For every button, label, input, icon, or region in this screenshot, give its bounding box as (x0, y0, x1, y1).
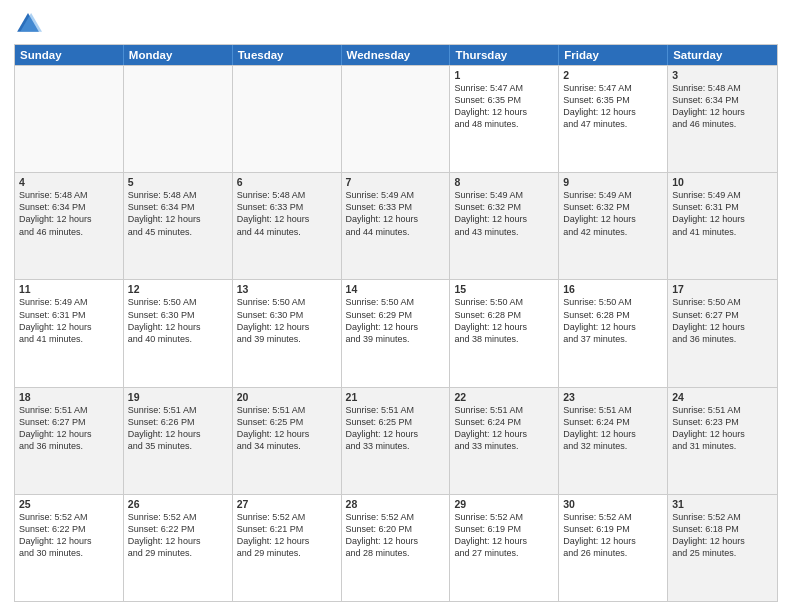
cell-info: Sunrise: 5:51 AM Sunset: 6:26 PM Dayligh… (128, 404, 228, 453)
day-number: 9 (563, 176, 663, 188)
cell-info: Sunrise: 5:52 AM Sunset: 6:22 PM Dayligh… (19, 511, 119, 560)
calendar-cell-empty (15, 66, 124, 172)
cell-info: Sunrise: 5:50 AM Sunset: 6:30 PM Dayligh… (237, 296, 337, 345)
calendar-cell-20: 20Sunrise: 5:51 AM Sunset: 6:25 PM Dayli… (233, 388, 342, 494)
day-number: 10 (672, 176, 773, 188)
day-number: 4 (19, 176, 119, 188)
calendar-cell-7: 7Sunrise: 5:49 AM Sunset: 6:33 PM Daylig… (342, 173, 451, 279)
calendar-header-monday: Monday (124, 45, 233, 65)
cell-info: Sunrise: 5:51 AM Sunset: 6:25 PM Dayligh… (237, 404, 337, 453)
cell-info: Sunrise: 5:51 AM Sunset: 6:24 PM Dayligh… (454, 404, 554, 453)
day-number: 14 (346, 283, 446, 295)
cell-info: Sunrise: 5:48 AM Sunset: 6:34 PM Dayligh… (672, 82, 773, 131)
day-number: 29 (454, 498, 554, 510)
day-number: 2 (563, 69, 663, 81)
cell-info: Sunrise: 5:51 AM Sunset: 6:25 PM Dayligh… (346, 404, 446, 453)
calendar-cell-1: 1Sunrise: 5:47 AM Sunset: 6:35 PM Daylig… (450, 66, 559, 172)
day-number: 8 (454, 176, 554, 188)
calendar-header-friday: Friday (559, 45, 668, 65)
cell-info: Sunrise: 5:48 AM Sunset: 6:34 PM Dayligh… (19, 189, 119, 238)
calendar-cell-empty (233, 66, 342, 172)
day-number: 15 (454, 283, 554, 295)
calendar-cell-27: 27Sunrise: 5:52 AM Sunset: 6:21 PM Dayli… (233, 495, 342, 601)
day-number: 16 (563, 283, 663, 295)
calendar-cell-empty (124, 66, 233, 172)
calendar-header-thursday: Thursday (450, 45, 559, 65)
cell-info: Sunrise: 5:51 AM Sunset: 6:23 PM Dayligh… (672, 404, 773, 453)
day-number: 26 (128, 498, 228, 510)
calendar-cell-11: 11Sunrise: 5:49 AM Sunset: 6:31 PM Dayli… (15, 280, 124, 386)
calendar-header-row: SundayMondayTuesdayWednesdayThursdayFrid… (15, 45, 777, 65)
calendar-cell-30: 30Sunrise: 5:52 AM Sunset: 6:19 PM Dayli… (559, 495, 668, 601)
cell-info: Sunrise: 5:49 AM Sunset: 6:33 PM Dayligh… (346, 189, 446, 238)
cell-info: Sunrise: 5:50 AM Sunset: 6:28 PM Dayligh… (563, 296, 663, 345)
day-number: 25 (19, 498, 119, 510)
calendar-cell-31: 31Sunrise: 5:52 AM Sunset: 6:18 PM Dayli… (668, 495, 777, 601)
cell-info: Sunrise: 5:52 AM Sunset: 6:19 PM Dayligh… (454, 511, 554, 560)
cell-info: Sunrise: 5:49 AM Sunset: 6:31 PM Dayligh… (19, 296, 119, 345)
cell-info: Sunrise: 5:52 AM Sunset: 6:18 PM Dayligh… (672, 511, 773, 560)
calendar-header-wednesday: Wednesday (342, 45, 451, 65)
cell-info: Sunrise: 5:49 AM Sunset: 6:32 PM Dayligh… (563, 189, 663, 238)
calendar-cell-15: 15Sunrise: 5:50 AM Sunset: 6:28 PM Dayli… (450, 280, 559, 386)
calendar-cell-16: 16Sunrise: 5:50 AM Sunset: 6:28 PM Dayli… (559, 280, 668, 386)
day-number: 27 (237, 498, 337, 510)
header (14, 10, 778, 38)
calendar-cell-19: 19Sunrise: 5:51 AM Sunset: 6:26 PM Dayli… (124, 388, 233, 494)
calendar-cell-6: 6Sunrise: 5:48 AM Sunset: 6:33 PM Daylig… (233, 173, 342, 279)
day-number: 3 (672, 69, 773, 81)
cell-info: Sunrise: 5:50 AM Sunset: 6:27 PM Dayligh… (672, 296, 773, 345)
calendar-cell-29: 29Sunrise: 5:52 AM Sunset: 6:19 PM Dayli… (450, 495, 559, 601)
calendar-cell-14: 14Sunrise: 5:50 AM Sunset: 6:29 PM Dayli… (342, 280, 451, 386)
cell-info: Sunrise: 5:48 AM Sunset: 6:33 PM Dayligh… (237, 189, 337, 238)
day-number: 7 (346, 176, 446, 188)
day-number: 1 (454, 69, 554, 81)
cell-info: Sunrise: 5:50 AM Sunset: 6:30 PM Dayligh… (128, 296, 228, 345)
day-number: 11 (19, 283, 119, 295)
cell-info: Sunrise: 5:50 AM Sunset: 6:28 PM Dayligh… (454, 296, 554, 345)
calendar-cell-26: 26Sunrise: 5:52 AM Sunset: 6:22 PM Dayli… (124, 495, 233, 601)
cell-info: Sunrise: 5:49 AM Sunset: 6:31 PM Dayligh… (672, 189, 773, 238)
cell-info: Sunrise: 5:52 AM Sunset: 6:19 PM Dayligh… (563, 511, 663, 560)
cell-info: Sunrise: 5:52 AM Sunset: 6:22 PM Dayligh… (128, 511, 228, 560)
calendar-cell-2: 2Sunrise: 5:47 AM Sunset: 6:35 PM Daylig… (559, 66, 668, 172)
calendar-week-2: 4Sunrise: 5:48 AM Sunset: 6:34 PM Daylig… (15, 172, 777, 279)
calendar-cell-10: 10Sunrise: 5:49 AM Sunset: 6:31 PM Dayli… (668, 173, 777, 279)
calendar-cell-22: 22Sunrise: 5:51 AM Sunset: 6:24 PM Dayli… (450, 388, 559, 494)
calendar-week-4: 18Sunrise: 5:51 AM Sunset: 6:27 PM Dayli… (15, 387, 777, 494)
day-number: 5 (128, 176, 228, 188)
calendar-cell-5: 5Sunrise: 5:48 AM Sunset: 6:34 PM Daylig… (124, 173, 233, 279)
day-number: 13 (237, 283, 337, 295)
day-number: 20 (237, 391, 337, 403)
day-number: 6 (237, 176, 337, 188)
calendar-cell-empty (342, 66, 451, 172)
calendar-cell-24: 24Sunrise: 5:51 AM Sunset: 6:23 PM Dayli… (668, 388, 777, 494)
day-number: 28 (346, 498, 446, 510)
logo-icon (14, 10, 42, 38)
cell-info: Sunrise: 5:51 AM Sunset: 6:24 PM Dayligh… (563, 404, 663, 453)
cell-info: Sunrise: 5:47 AM Sunset: 6:35 PM Dayligh… (563, 82, 663, 131)
cell-info: Sunrise: 5:50 AM Sunset: 6:29 PM Dayligh… (346, 296, 446, 345)
calendar-cell-25: 25Sunrise: 5:52 AM Sunset: 6:22 PM Dayli… (15, 495, 124, 601)
day-number: 30 (563, 498, 663, 510)
calendar: SundayMondayTuesdayWednesdayThursdayFrid… (14, 44, 778, 602)
cell-info: Sunrise: 5:52 AM Sunset: 6:21 PM Dayligh… (237, 511, 337, 560)
calendar-cell-12: 12Sunrise: 5:50 AM Sunset: 6:30 PM Dayli… (124, 280, 233, 386)
calendar-cell-17: 17Sunrise: 5:50 AM Sunset: 6:27 PM Dayli… (668, 280, 777, 386)
calendar-header-sunday: Sunday (15, 45, 124, 65)
day-number: 12 (128, 283, 228, 295)
cell-info: Sunrise: 5:49 AM Sunset: 6:32 PM Dayligh… (454, 189, 554, 238)
day-number: 23 (563, 391, 663, 403)
cell-info: Sunrise: 5:48 AM Sunset: 6:34 PM Dayligh… (128, 189, 228, 238)
cell-info: Sunrise: 5:52 AM Sunset: 6:20 PM Dayligh… (346, 511, 446, 560)
day-number: 31 (672, 498, 773, 510)
calendar-week-1: 1Sunrise: 5:47 AM Sunset: 6:35 PM Daylig… (15, 65, 777, 172)
calendar-body: 1Sunrise: 5:47 AM Sunset: 6:35 PM Daylig… (15, 65, 777, 601)
cell-info: Sunrise: 5:47 AM Sunset: 6:35 PM Dayligh… (454, 82, 554, 131)
day-number: 19 (128, 391, 228, 403)
logo (14, 10, 46, 38)
calendar-week-5: 25Sunrise: 5:52 AM Sunset: 6:22 PM Dayli… (15, 494, 777, 601)
calendar-cell-4: 4Sunrise: 5:48 AM Sunset: 6:34 PM Daylig… (15, 173, 124, 279)
day-number: 22 (454, 391, 554, 403)
calendar-cell-9: 9Sunrise: 5:49 AM Sunset: 6:32 PM Daylig… (559, 173, 668, 279)
